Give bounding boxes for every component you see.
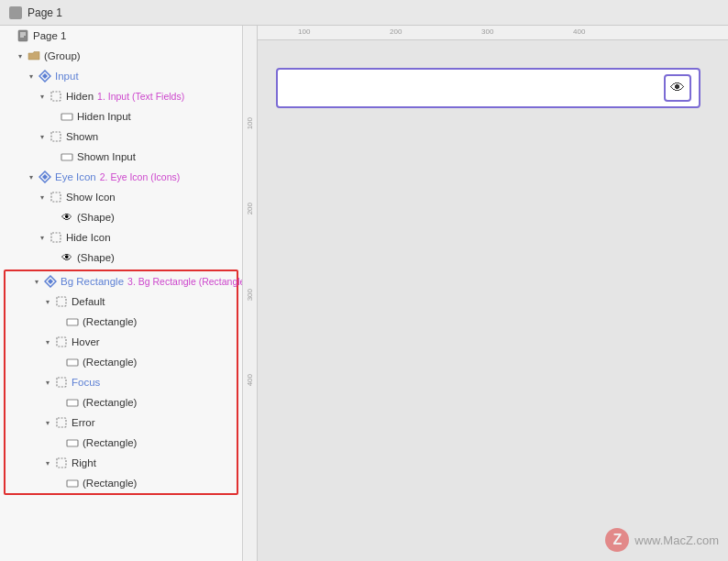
layer-item-default[interactable]: ▾Default	[6, 292, 237, 312]
layer-icon-eye-icon	[38, 170, 52, 183]
layer-icon-shape1: 👁	[60, 211, 74, 224]
svg-rect-15	[67, 400, 78, 406]
layer-icon-group	[27, 50, 41, 62]
layer-name-rect2: (Rectangle)	[83, 357, 137, 368]
layer-item-eye-icon[interactable]: ▾Eye Icon2. Eye Icon (Icons)	[0, 167, 242, 187]
layer-item-shown[interactable]: ▾Shown	[0, 126, 242, 147]
layer-name-rect4: (Rectangle)	[83, 437, 137, 448]
layer-icon-right	[54, 457, 69, 468]
chevron-show-icon: ▾	[37, 192, 48, 203]
page-icon	[9, 6, 22, 19]
svg-rect-14	[57, 378, 66, 387]
layer-icon-shown	[49, 131, 63, 142]
layer-item-hiden[interactable]: ▾Hiden1. Input (Text Fields)	[0, 86, 242, 106]
layer-icon-rect4	[65, 439, 80, 447]
layer-item-error[interactable]: ▾Error	[6, 412, 237, 433]
layer-item-shape2[interactable]: 👁̶(Shape)	[0, 248, 242, 268]
layer-icon-rect2	[65, 358, 80, 367]
layer-item-rect2[interactable]: (Rectangle)	[6, 352, 237, 372]
layer-item-hover[interactable]: ▾Hover	[6, 332, 237, 352]
layer-icon-error	[54, 417, 69, 428]
chevron-shape2	[48, 252, 59, 263]
layer-name-page1: Page 1	[33, 30, 66, 41]
layer-name-show-icon: Show Icon	[66, 192, 116, 203]
svg-rect-19	[67, 480, 78, 487]
eye-button[interactable]: 👁	[664, 74, 691, 102]
chevron-eye-icon: ▾	[26, 171, 37, 182]
svg-rect-6	[51, 132, 61, 141]
svg-rect-13	[67, 359, 78, 366]
layer-item-hiden-input[interactable]: Hiden Input	[0, 106, 242, 126]
layer-item-page1[interactable]: Page 1	[0, 26, 242, 46]
canvas-area: 100 200 300 400 100 200 300 400 👁	[243, 26, 728, 561]
chevron-rect3	[53, 397, 64, 408]
svg-rect-12	[57, 337, 66, 346]
ruler-mark-100: 100	[298, 28, 310, 36]
red-layers-list: ▾Bg Rectangle3. Bg Rectangle (Rectangles…	[6, 271, 237, 493]
layer-icon-rect5	[65, 479, 80, 488]
title-bar-text: Page 1	[28, 6, 62, 19]
layer-item-rect4[interactable]: (Rectangle)	[6, 433, 237, 453]
layer-item-shape1[interactable]: 👁(Shape)	[0, 207, 242, 227]
layer-icon-default	[54, 296, 69, 307]
layer-icon-rect3	[65, 399, 80, 407]
layer-name-error: Error	[72, 417, 95, 428]
layer-name-group: (Group)	[44, 50, 81, 61]
eye-icon: 👁	[670, 80, 685, 96]
layer-name-default: Default	[72, 296, 105, 307]
layer-item-group[interactable]: ▾(Group)	[0, 46, 242, 66]
layer-name-hide-icon: Hide Icon	[66, 232, 111, 243]
layer-icon-hiden-input	[60, 113, 74, 121]
svg-rect-18	[57, 458, 66, 468]
layer-name-hiden: Hiden	[66, 91, 94, 102]
layers-panel: Page 1▾(Group)▾Input▾Hiden1. Input (Text…	[0, 26, 243, 561]
layer-item-hide-icon[interactable]: ▾Hide Icon	[0, 227, 242, 248]
chevron-page1	[4, 30, 15, 41]
chevron-hide-icon: ▾	[37, 232, 48, 243]
layer-item-show-icon[interactable]: ▾Show Icon	[0, 187, 242, 207]
svg-rect-17	[67, 440, 78, 446]
svg-rect-8	[51, 192, 61, 202]
ruler-left: 100 200 300 400	[243, 26, 258, 561]
ruler-mark-200: 200	[390, 28, 402, 36]
layer-name-hiden-input: Hiden Input	[77, 111, 131, 122]
layer-item-shown-input[interactable]: Shown Input	[0, 147, 242, 167]
layer-item-focus[interactable]: ▾Focus	[6, 372, 237, 392]
layer-name-focus: Focus	[72, 377, 100, 388]
svg-rect-16	[57, 418, 66, 427]
main-layout: Page 1▾(Group)▾Input▾Hiden1. Input (Text…	[0, 26, 728, 561]
layer-name-shape2: (Shape)	[77, 252, 115, 263]
svg-rect-10	[57, 297, 66, 306]
layer-item-rect3[interactable]: (Rectangle)	[6, 392, 237, 412]
title-bar: Page 1	[0, 0, 728, 26]
layer-icon-hide-icon	[49, 232, 63, 243]
layer-item-right[interactable]: ▾Right	[6, 453, 237, 473]
layer-item-input[interactable]: ▾Input	[0, 66, 242, 86]
red-outline-box: ▾Bg Rectangle3. Bg Rectangle (Rectangles…	[4, 270, 238, 495]
layer-icon-bg-rect	[43, 275, 58, 288]
chevron-right: ▾	[42, 457, 53, 468]
layer-item-rect5[interactable]: (Rectangle)	[6, 473, 237, 493]
chevron-hiden-input	[48, 111, 59, 122]
layer-annotation-hiden: 1. Input (Text Fields)	[97, 91, 184, 102]
layer-item-rect1[interactable]: (Rectangle)	[6, 312, 237, 332]
layer-icon-focus	[54, 377, 69, 388]
layer-name-right: Right	[72, 457, 96, 468]
ruler-top: 100 200 300 400	[243, 26, 728, 40]
chevron-rect1	[53, 316, 64, 327]
chevron-rect5	[53, 478, 64, 489]
layers-list: Page 1▾(Group)▾Input▾Hiden1. Input (Text…	[0, 26, 242, 268]
watermark: Z www.MacZ.com	[605, 528, 719, 552]
layer-icon-input	[38, 70, 52, 82]
layer-name-rect3: (Rectangle)	[83, 397, 137, 408]
layer-name-eye-icon: Eye Icon	[55, 171, 96, 182]
input-preview: 👁	[276, 68, 700, 108]
ruler-mark-400: 400	[573, 28, 585, 36]
layer-icon-show-icon	[49, 192, 63, 203]
ruler-mark-300: 300	[481, 28, 493, 36]
chevron-shape1	[48, 212, 59, 223]
layer-item-bg-rect[interactable]: ▾Bg Rectangle3. Bg Rectangle (Rectangles…	[6, 271, 237, 292]
layer-name-shape1: (Shape)	[77, 212, 115, 223]
chevron-focus: ▾	[42, 377, 53, 388]
chevron-bg-rect: ▾	[31, 276, 42, 287]
